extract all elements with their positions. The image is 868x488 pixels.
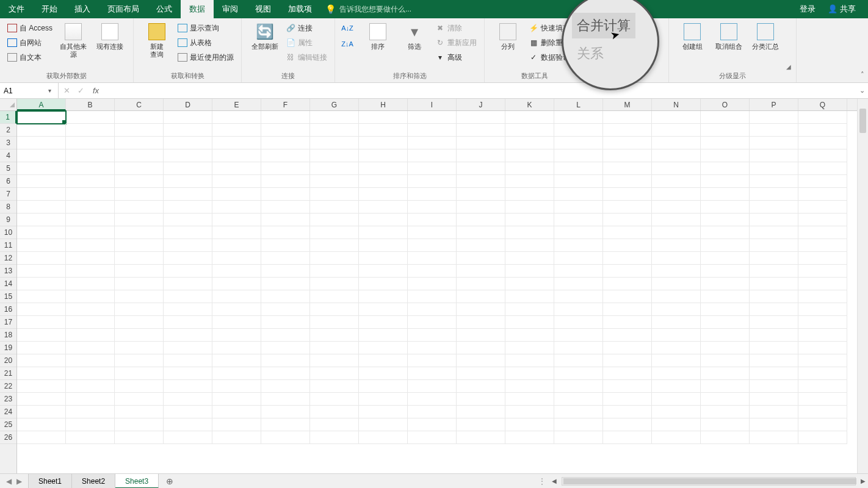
cell-O22[interactable]	[701, 380, 750, 393]
cell-M25[interactable]	[603, 418, 652, 431]
cell-A17[interactable]	[17, 316, 66, 329]
cell-F23[interactable]	[261, 393, 310, 406]
fx-icon[interactable]: fx	[93, 86, 99, 95]
cell-D6[interactable]	[164, 175, 212, 188]
cell-L4[interactable]	[554, 149, 603, 162]
cell-F25[interactable]	[261, 418, 310, 431]
cell-F9[interactable]	[261, 214, 310, 226]
cell-P16[interactable]	[750, 303, 798, 316]
row-header-14[interactable]: 14	[0, 278, 16, 290]
cell-M18[interactable]	[603, 329, 652, 342]
column-headers[interactable]: ABCDEFGHIJKLMNOPQ	[17, 99, 857, 111]
cell-N1[interactable]	[652, 111, 701, 124]
cell-K18[interactable]	[505, 329, 554, 342]
cell-D17[interactable]	[164, 316, 212, 329]
cell-L6[interactable]	[554, 175, 603, 188]
row-header-9[interactable]: 9	[0, 214, 16, 226]
cell-N7[interactable]	[652, 188, 701, 201]
cell-H17[interactable]	[359, 316, 408, 329]
cell-A18[interactable]	[17, 329, 66, 342]
cell-O18[interactable]	[701, 329, 750, 342]
cell-E1[interactable]	[212, 111, 261, 124]
cell-O19[interactable]	[701, 342, 750, 354]
cell-A23[interactable]	[17, 393, 66, 406]
cell-F5[interactable]	[261, 162, 310, 175]
cell-J2[interactable]	[457, 124, 505, 137]
row-header-8[interactable]: 8	[0, 201, 16, 214]
row-header-12[interactable]: 12	[0, 252, 16, 265]
cell-L5[interactable]	[554, 162, 603, 175]
cell-B3[interactable]	[66, 137, 115, 149]
cell-K25[interactable]	[505, 418, 554, 431]
cell-L8[interactable]	[554, 201, 603, 214]
cell-G10[interactable]	[310, 226, 359, 239]
cell-B15[interactable]	[66, 290, 115, 303]
cell-B7[interactable]	[66, 188, 115, 201]
cell-L26[interactable]	[554, 431, 603, 444]
cell-N22[interactable]	[652, 380, 701, 393]
cell-P24[interactable]	[750, 406, 798, 418]
cell-E25[interactable]	[212, 418, 261, 431]
cell-J14[interactable]	[457, 278, 505, 290]
cell-G20[interactable]	[310, 354, 359, 367]
cell-J16[interactable]	[457, 303, 505, 316]
cell-G8[interactable]	[310, 201, 359, 214]
cell-G3[interactable]	[310, 137, 359, 149]
cell-D13[interactable]	[164, 265, 212, 278]
cell-Q2[interactable]	[798, 124, 847, 137]
cell-P22[interactable]	[750, 380, 798, 393]
cell-M23[interactable]	[603, 393, 652, 406]
cell-E12[interactable]	[212, 252, 261, 265]
cell-M14[interactable]	[603, 278, 652, 290]
cell-H13[interactable]	[359, 265, 408, 278]
row-header-13[interactable]: 13	[0, 265, 16, 278]
cell-N16[interactable]	[652, 303, 701, 316]
cell-P9[interactable]	[750, 214, 798, 226]
cell-E8[interactable]	[212, 201, 261, 214]
cell-G25[interactable]	[310, 418, 359, 431]
row-header-20[interactable]: 20	[0, 354, 16, 367]
cell-C21[interactable]	[115, 367, 164, 380]
from-table-button[interactable]: 从表格	[175, 35, 236, 50]
cell-H1[interactable]	[359, 111, 408, 124]
cell-A26[interactable]	[17, 431, 66, 444]
cell-Q20[interactable]	[798, 354, 847, 367]
cell-Q1[interactable]	[798, 111, 847, 124]
col-header-D[interactable]: D	[164, 99, 212, 110]
cell-H18[interactable]	[359, 329, 408, 342]
cell-O4[interactable]	[701, 149, 750, 162]
row-header-19[interactable]: 19	[0, 342, 16, 354]
cell-F11[interactable]	[261, 239, 310, 252]
row-header-23[interactable]: 23	[0, 393, 16, 406]
ungroup-button[interactable]: 取消组合	[711, 21, 747, 52]
cell-A8[interactable]	[17, 201, 66, 214]
cell-L11[interactable]	[554, 239, 603, 252]
share-button[interactable]: 👤 共享	[822, 4, 862, 15]
cell-A19[interactable]	[17, 342, 66, 354]
cell-A24[interactable]	[17, 406, 66, 418]
col-header-F[interactable]: F	[261, 99, 310, 110]
row-header-18[interactable]: 18	[0, 329, 16, 342]
cell-D21[interactable]	[164, 367, 212, 380]
cell-K5[interactable]	[505, 162, 554, 175]
cell-P26[interactable]	[750, 431, 798, 444]
sort-desc-button[interactable]: Z↓A	[340, 37, 357, 51]
cell-L23[interactable]	[554, 393, 603, 406]
refresh-all-button[interactable]: 🔄 全部刷新	[247, 21, 283, 52]
cell-O6[interactable]	[701, 175, 750, 188]
cell-A5[interactable]	[17, 162, 66, 175]
worksheet-grid[interactable]: ABCDEFGHIJKLMNOPQ 1234567891011121314151…	[0, 99, 868, 473]
cell-I7[interactable]	[408, 188, 457, 201]
cell-K20[interactable]	[505, 354, 554, 367]
cell-N14[interactable]	[652, 278, 701, 290]
cell-Q10[interactable]	[798, 226, 847, 239]
cell-O8[interactable]	[701, 201, 750, 214]
cell-G11[interactable]	[310, 239, 359, 252]
cell-Q15[interactable]	[798, 290, 847, 303]
cell-A2[interactable]	[17, 124, 66, 137]
tab-data[interactable]: 数据	[181, 0, 214, 18]
cell-L18[interactable]	[554, 329, 603, 342]
col-header-N[interactable]: N	[652, 99, 701, 110]
cell-O3[interactable]	[701, 137, 750, 149]
sheet-tab-3[interactable]: Sheet3	[115, 474, 159, 489]
